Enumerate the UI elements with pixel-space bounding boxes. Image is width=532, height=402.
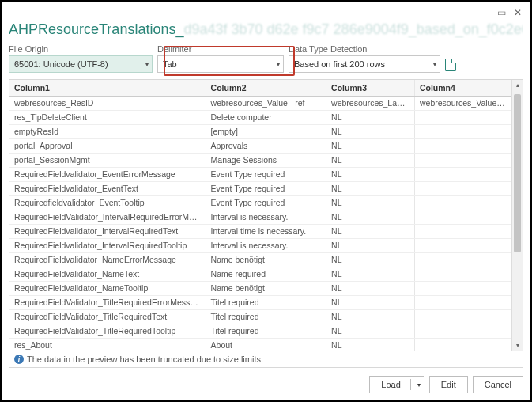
cell (414, 224, 511, 238)
file-origin-label: File Origin (9, 44, 153, 54)
cell: webresources_Language (326, 96, 415, 110)
cell: portal_SessionMgmt (9, 153, 206, 167)
table-row[interactable]: RequiredFieldvalidator_NameErrorMessageN… (9, 252, 511, 267)
cell (414, 267, 511, 281)
column-header[interactable]: Column4 (414, 80, 511, 96)
file-icon[interactable] (445, 59, 456, 71)
edit-button[interactable]: Edit (429, 376, 468, 393)
cell: RequiredFieldvalidator_IntervalRequiredT… (9, 224, 206, 238)
cell: Interval is necessary. (206, 210, 326, 224)
cell: NL (326, 309, 415, 324)
table-row[interactable]: RequiredFieldvalidator_NameTextName requ… (9, 267, 511, 281)
cell: webresources_Value - target (414, 96, 511, 110)
table-row[interactable]: RequiredFieldvalidator_IntervalRequiredT… (9, 224, 511, 238)
cell: Interval is necessary. (206, 238, 326, 252)
cell (414, 181, 511, 195)
delimiter-label: Delimiter (157, 44, 284, 54)
truncate-note: i The data in the preview has been trunc… (9, 351, 523, 368)
cell: NL (326, 195, 415, 210)
file-origin-value: 65001: Unicode (UTF-8) (14, 59, 108, 69)
table-row[interactable]: portal_ApprovalApprovalsNL (9, 138, 511, 153)
cell (414, 252, 511, 267)
cell: NL (326, 295, 415, 309)
cell: NL (326, 110, 415, 124)
table-row[interactable]: RequiredFieldvalidator_EventErrorMessage… (9, 167, 511, 181)
column-header[interactable]: Column2 (206, 80, 326, 96)
table-row[interactable]: RequiredFieldValidator_TitleRequiredTool… (9, 324, 511, 338)
delimiter-value: Tab (163, 59, 177, 69)
cell: Name benötigt (206, 281, 326, 295)
cell: Manage Sessions (206, 153, 326, 167)
cell: RequiredFieldValidator_TitleRequiredText (9, 309, 206, 324)
cell: About (206, 338, 326, 351)
cell (414, 309, 511, 324)
maximize-icon[interactable]: ▭ (497, 7, 506, 20)
cell: Event Type required (206, 181, 326, 195)
file-origin-select[interactable]: 65001: Unicode (UTF-8) ▾ (9, 55, 153, 73)
cell: NL (326, 124, 415, 138)
column-header[interactable]: Column1 (9, 80, 206, 96)
chevron-down-icon: ▾ (433, 61, 436, 68)
cancel-button[interactable]: Cancel (473, 376, 523, 393)
cell (414, 195, 511, 210)
scroll-up-icon[interactable]: ▴ (512, 82, 523, 89)
cell: RequiredFieldvalidator_NameTooltip (9, 281, 206, 295)
cell (414, 210, 511, 224)
table-row[interactable]: RequiredFieldValidator_IntervalRequiredE… (9, 210, 511, 224)
cell: Name benötigt (206, 252, 326, 267)
cell: Requiredfieldvalidator_EventTooltip (9, 195, 206, 210)
table-row[interactable]: RequiredFieldvalidator_EventTextEvent Ty… (9, 181, 511, 195)
cell: Delete computer (206, 110, 326, 124)
cell: Titel required (206, 309, 326, 324)
cell (414, 110, 511, 124)
cell: res_About (9, 338, 206, 351)
cell: [empty] (206, 124, 326, 138)
cell: RequiredFieldValidator_TitleRequiredErro… (9, 295, 206, 309)
cell: webresources_Value - ref (206, 96, 326, 110)
close-icon[interactable]: ✕ (514, 7, 522, 20)
delimiter-select[interactable]: Tab ▾ (157, 55, 284, 73)
cell: Event Type required (206, 167, 326, 181)
cell (414, 295, 511, 309)
chevron-down-icon: ▾ (145, 61, 149, 68)
table-row[interactable]: res_AboutAboutNL (9, 338, 511, 351)
scroll-thumb[interactable] (514, 94, 521, 252)
table-row[interactable]: webresources_ResIDwebresources_Value - r… (9, 96, 511, 110)
detection-label: Data Type Detection (289, 44, 440, 54)
cell: NL (326, 167, 415, 181)
cell: portal_Approval (9, 138, 206, 153)
cell: NL (326, 281, 415, 295)
cell: NL (326, 338, 415, 351)
table-row[interactable]: RequiredFieldvalidator_NameTooltipName b… (9, 281, 511, 295)
cell: Name required (206, 267, 326, 281)
cell (414, 324, 511, 338)
cell: Event Type required (206, 195, 326, 210)
column-header[interactable]: Column3 (326, 80, 415, 96)
page-title: AHPResourceTranslations_d9a43f 3b70 d62e… (9, 21, 523, 38)
table-row[interactable]: Requiredfieldvalidator_EventTooltipEvent… (9, 195, 511, 210)
cell: RequiredFieldvalidator_EventText (9, 181, 206, 195)
cell (414, 338, 511, 351)
table-row[interactable]: RequiredFieldvalidator_IntervalRequiredT… (9, 238, 511, 252)
cell: RequiredFieldValidator_TitleRequiredTool… (9, 324, 206, 338)
detection-select[interactable]: Based on first 200 rows ▾ (289, 55, 440, 73)
cell (414, 153, 511, 167)
table-row[interactable]: portal_SessionMgmtManage SessionsNL (9, 153, 511, 167)
cell (414, 138, 511, 153)
cell: RequiredFieldvalidator_EventErrorMessage (9, 167, 206, 181)
load-button[interactable]: Load ▾ (369, 376, 424, 393)
cell: NL (326, 153, 415, 167)
cell: NL (326, 138, 415, 153)
cell (414, 281, 511, 295)
cell: NL (326, 267, 415, 281)
cell: NL (326, 210, 415, 224)
scroll-down-icon[interactable]: ▾ (512, 342, 523, 349)
table-row[interactable]: res_TipDeleteClientDelete computerNL (9, 110, 511, 124)
vertical-scrollbar[interactable]: ▴ ▾ (511, 80, 523, 351)
table-row[interactable]: RequiredFieldValidator_TitleRequiredErro… (9, 295, 511, 309)
chevron-down-icon: ▾ (277, 61, 280, 68)
table-row[interactable]: RequiredFieldValidator_TitleRequiredText… (9, 309, 511, 324)
chevron-down-icon[interactable]: ▾ (417, 381, 421, 389)
cell: Approvals (206, 138, 326, 153)
table-row[interactable]: emptyResId[empty]NL (9, 124, 511, 138)
